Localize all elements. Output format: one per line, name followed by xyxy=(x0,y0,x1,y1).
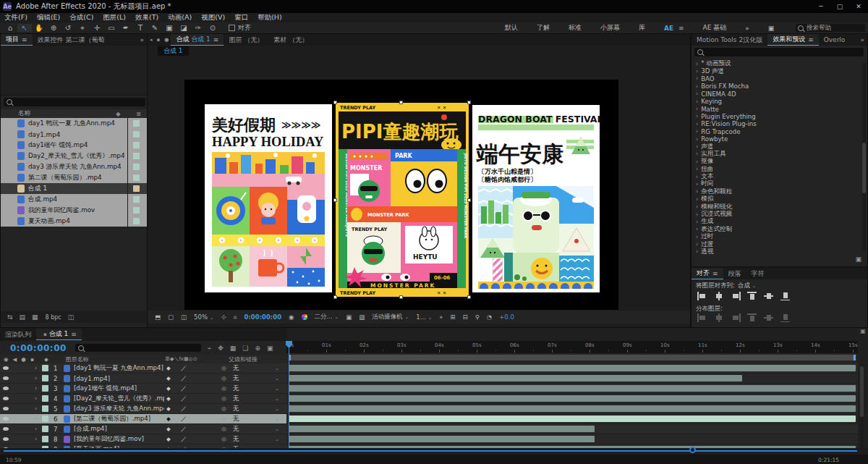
parent-pickwhip-icon[interactable]: ◎ xyxy=(221,436,226,442)
quality-switch-icon[interactable]: ◆ xyxy=(166,395,171,402)
stamp-tool-icon[interactable]: ▣ xyxy=(162,24,176,32)
parent-value-dropdown[interactable]: 无 xyxy=(233,425,239,434)
flowchart-icon[interactable]: ⚲ xyxy=(475,313,480,321)
tab-overlord[interactable]: Overlo xyxy=(819,34,851,46)
panel-collapse-icon[interactable]: ◂ xyxy=(150,37,153,43)
text-tool-icon[interactable]: T xyxy=(133,24,148,32)
interpret-footage-icon[interactable]: ⇆ xyxy=(7,313,13,321)
timeline-layer-row[interactable]: ›2[day1.mp4]◆／◎无⌄ xyxy=(0,374,286,384)
color-management-icon[interactable] xyxy=(302,314,307,320)
align-v-center-button[interactable] xyxy=(764,292,774,300)
selection-handle[interactable] xyxy=(467,101,471,104)
layer-name[interactable]: [day3 游乐摩天轮 九鱼Ann.mp4] xyxy=(74,405,164,413)
switches-columns[interactable]: 单◆＼fx▦◎⊙ xyxy=(165,355,197,363)
layer-name[interactable]: [day1端午 馄饨.mp4] xyxy=(74,384,137,393)
effects-category[interactable]: ›RE:Vision Plug-ins xyxy=(692,120,862,127)
tab-footage[interactable]: 素材 （无） xyxy=(268,34,313,46)
draft-3d-icon[interactable]: ✥ xyxy=(218,345,224,352)
eraser-tool-icon[interactable]: ◪ xyxy=(176,24,191,32)
quality-switch-icon[interactable]: ◆ xyxy=(166,416,171,422)
menu-item-帮助(H)[interactable]: 帮助(H) xyxy=(258,13,282,22)
menu-item-动画(A)[interactable]: 动画(A) xyxy=(168,13,192,22)
layer-track[interactable] xyxy=(286,374,858,384)
label-swatch[interactable] xyxy=(133,196,140,203)
timeline-timecode[interactable]: 0:00:00:00 xyxy=(10,343,67,353)
align-bottom-button-distribute[interactable] xyxy=(780,313,791,322)
quality-switch-icon[interactable]: ◆ xyxy=(166,385,171,392)
effects-category[interactable]: ›过渡 xyxy=(692,240,862,248)
effects-category[interactable]: ›文本 xyxy=(692,173,862,180)
project-item[interactable]: 合成 1 xyxy=(1,183,147,194)
effects-switch-icon[interactable]: ／ xyxy=(181,425,187,433)
frame-blending-icon[interactable]: ❏ xyxy=(242,345,248,352)
tab-render-queue[interactable]: 渲染队列 xyxy=(0,329,36,340)
eye-icon[interactable] xyxy=(3,387,9,390)
align-v-center-button-distribute[interactable] xyxy=(764,313,774,322)
tab-align[interactable]: 对齐≡ xyxy=(692,268,723,279)
menu-item-文件(F)[interactable]: 文件(F) xyxy=(4,13,27,22)
layer-duration-bar[interactable] xyxy=(289,405,856,412)
align-top-button-distribute[interactable] xyxy=(747,313,757,322)
tab-paragraph[interactable]: 段落 xyxy=(723,268,746,279)
project-item[interactable]: day1端午 馄饨.mp4 xyxy=(1,140,147,151)
align-to-dropdown[interactable]: 合成 ⌄ xyxy=(738,282,757,290)
grid-options-icon[interactable]: ⊹ xyxy=(221,313,226,321)
timeline-button-icon[interactable]: ⊟ xyxy=(462,313,467,321)
panel-menu-icon[interactable]: ≡ xyxy=(22,36,27,43)
panel-menu-icon[interactable]: ≡ xyxy=(712,270,718,277)
parent-value-dropdown[interactable]: 无 xyxy=(233,435,239,444)
project-item[interactable]: day1 鸭玩一夏 九鱼Ann.mp4 xyxy=(1,118,147,129)
selection-handle[interactable] xyxy=(399,101,403,104)
tab-timeline-comp[interactable]: ▪ 合成 1 ≡ xyxy=(36,329,82,340)
tab-effect-controls[interactable]: 效果控件 第二课（葡萄 xyxy=(33,34,110,46)
timeline-vertical-scrollbar[interactable] xyxy=(860,363,864,448)
composition-flowchart-icon[interactable]: ⌁ xyxy=(208,345,211,352)
zoom-level-dropdown[interactable]: 50% ⌄ xyxy=(194,313,213,321)
quality-switch-icon[interactable]: ◆ xyxy=(166,375,171,381)
parent-pickwhip-icon[interactable]: ◎ xyxy=(221,416,226,422)
effects-scrollbar[interactable] xyxy=(862,63,866,251)
parent-pickwhip-icon[interactable]: ◎ xyxy=(221,426,226,432)
layer-label-swatch[interactable] xyxy=(42,436,48,442)
timeline-layer-row[interactable]: ›1[day1 鸭玩一夏 九鱼Ann.mp4]◆／◎无⌄ xyxy=(0,363,286,374)
align-right-button-distribute[interactable] xyxy=(731,313,741,322)
effects-category[interactable]: ›沉浸式视频 xyxy=(692,211,862,218)
layer-label-swatch[interactable] xyxy=(42,375,48,381)
timeline-layer-row[interactable]: ›5[day3 游乐摩天轮 九鱼Ann.mp4]◆／◎无⌄ xyxy=(0,404,286,414)
menu-item-视图(V)[interactable]: 视图(V) xyxy=(201,13,225,22)
eye-icon[interactable] xyxy=(3,366,9,370)
quality-switch-icon[interactable]: ◆ xyxy=(166,365,171,371)
layer-name[interactable]: [day1.mp4] xyxy=(74,375,110,382)
chevron-right-icon[interactable]: › xyxy=(35,426,37,432)
quality-switch-icon[interactable]: ◆ xyxy=(166,436,171,442)
bit-depth-label[interactable]: 8 bpc xyxy=(46,314,61,321)
more-tabs-icon[interactable]: » xyxy=(140,36,144,43)
roto-brush-tool-icon[interactable]: ✑ xyxy=(191,24,205,32)
view-layout-dropdown[interactable]: 1... ⌄ xyxy=(416,313,432,321)
project-item[interactable]: 夏天动画.mp4 xyxy=(1,216,147,227)
effects-search-input[interactable] xyxy=(694,48,864,56)
timeline-horizontal-scrollbar[interactable] xyxy=(0,448,868,455)
resolution-dropdown[interactable]: 二分... ⌄ xyxy=(315,313,339,321)
align-right-button[interactable] xyxy=(731,292,741,300)
effects-category[interactable]: ›过时 xyxy=(692,233,862,240)
effects-category[interactable]: ›实用工具 xyxy=(692,151,862,158)
brush-tool-icon[interactable]: ✎ xyxy=(148,24,162,32)
viewer-select-icon[interactable]: ◫ xyxy=(181,313,187,321)
parent-pickwhip-icon[interactable]: ◎ xyxy=(221,405,226,412)
reset-exposure-icon[interactable]: ◔ xyxy=(487,313,492,321)
parent-pickwhip-icon[interactable]: ◎ xyxy=(221,365,226,371)
pen-tool-icon[interactable]: ✒ xyxy=(119,24,133,32)
workspace-switcher-icon[interactable]: ▣ xyxy=(768,25,775,32)
selection-handle[interactable] xyxy=(467,295,471,299)
align-top-button[interactable] xyxy=(747,292,757,300)
parent-value-dropdown[interactable]: 无 xyxy=(233,384,239,393)
minimize-button[interactable]: ─ xyxy=(812,0,830,13)
composition-selector-chip[interactable]: 合成 1 xyxy=(158,46,189,56)
layer-name[interactable]: [Day2_摩天轮_雪儿《优秀》.mp4] xyxy=(74,395,164,403)
align-bottom-button[interactable] xyxy=(780,292,791,300)
eye-icon[interactable] xyxy=(3,427,9,431)
eye-icon[interactable] xyxy=(3,397,9,400)
workspace-库[interactable]: 库 xyxy=(639,23,645,33)
label-swatch[interactable] xyxy=(133,120,140,127)
